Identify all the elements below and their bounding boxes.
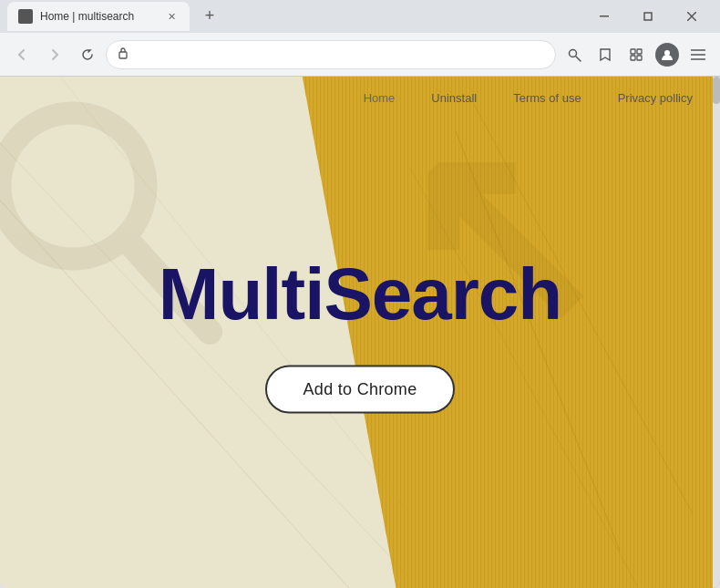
tab-title: Home | multisearch [40,10,157,23]
close-button[interactable] [671,2,713,31]
maximize-button[interactable] [627,2,669,31]
search-toolbar-icon[interactable] [560,40,589,69]
url-bar[interactable] [106,40,556,69]
svg-rect-2 [644,13,652,20]
svg-rect-9 [637,49,642,54]
hero-section: MultiSearch Add to Chrome [0,252,720,413]
svg-rect-8 [631,49,635,54]
address-bar [0,33,720,77]
window-controls [583,2,713,31]
minimize-button[interactable] [583,2,625,31]
nav-item-terms[interactable]: Terms of use [513,91,581,105]
brand-title-part2: Search [324,253,561,334]
extensions-icon[interactable] [622,40,651,69]
svg-point-0 [20,11,31,22]
profile-icon[interactable] [653,40,682,69]
bookmark-icon[interactable] [591,40,620,69]
toolbar-icons [560,40,713,69]
svg-rect-10 [631,56,635,60]
nav-item-uninstall[interactable]: Uninstall [431,91,477,105]
lock-icon [118,46,129,62]
svg-rect-1 [600,15,609,17]
title-bar: Home | multisearch ✕ + [0,0,720,33]
brand-title: MultiSearch [159,252,561,335]
svg-point-6 [570,49,577,57]
back-button[interactable] [7,40,36,69]
svg-rect-5 [119,52,127,58]
browser-window: Home | multisearch ✕ + [0,0,720,588]
tab-close-button[interactable]: ✕ [164,9,179,24]
brand-title-part1: Multi [159,253,324,334]
svg-rect-11 [637,56,642,60]
tab-favicon [18,9,33,24]
nav-item-privacy[interactable]: Privacy pollicy [618,91,693,105]
browser-tab[interactable]: Home | multisearch ✕ [7,2,190,31]
reload-button[interactable] [73,40,102,69]
nav-item-home[interactable]: Home [364,91,396,105]
new-tab-button[interactable]: + [197,3,222,28]
add-to-chrome-button[interactable]: Add to Chrome [265,365,456,413]
svg-line-7 [576,57,581,61]
webpage-content: ↖ Home Uninstall Terms of use Privacy po… [0,77,720,588]
nav-menu: Home Uninstall Terms of use Privacy poll… [0,77,720,105]
profile-avatar [655,43,679,67]
chrome-menu-button[interactable] [684,40,713,69]
forward-button[interactable] [40,40,69,69]
